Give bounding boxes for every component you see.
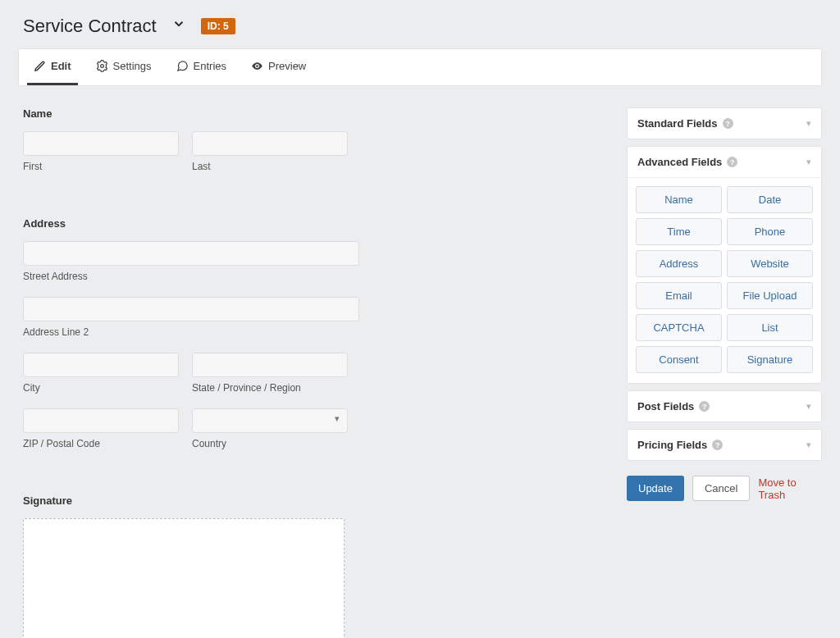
panel-standard-fields: Standard Fields ? ▾ bbox=[627, 107, 822, 139]
address-line2-input[interactable] bbox=[23, 297, 359, 321]
add-field-phone[interactable]: Phone bbox=[727, 218, 813, 245]
add-field-consent[interactable]: Consent bbox=[636, 346, 722, 373]
gear-icon bbox=[96, 60, 108, 72]
first-name-sublabel: First bbox=[23, 161, 179, 172]
help-icon[interactable]: ? bbox=[727, 157, 737, 167]
panel-advanced-body: Name Date Time Phone Address Website Ema… bbox=[628, 177, 821, 383]
panel-pricing-fields: Pricing Fields ? ▾ bbox=[627, 429, 822, 461]
caret-down-icon: ▾ bbox=[806, 440, 811, 450]
country-select[interactable] bbox=[192, 408, 348, 433]
caret-down-icon: ▾ bbox=[806, 401, 811, 412]
tab-settings-label: Settings bbox=[113, 60, 152, 72]
add-field-list[interactable]: List bbox=[727, 314, 813, 341]
panel-advanced-fields: Advanced Fields ? ▾ Name Date Time Phone… bbox=[627, 146, 822, 384]
tab-settings[interactable]: Settings bbox=[89, 49, 158, 85]
add-field-time[interactable]: Time bbox=[636, 218, 722, 245]
speech-bubble-icon bbox=[176, 60, 189, 72]
panel-post-toggle[interactable]: Post Fields ? ▾ bbox=[628, 391, 821, 422]
caret-down-icon: ▾ bbox=[806, 157, 811, 167]
field-name-label: Name bbox=[23, 107, 607, 120]
city-input[interactable] bbox=[23, 353, 179, 377]
tab-entries[interactable]: Entries bbox=[170, 49, 233, 85]
tab-preview-label: Preview bbox=[268, 60, 306, 72]
panel-pricing-toggle[interactable]: Pricing Fields ? ▾ bbox=[628, 430, 821, 460]
panel-pricing-title: Pricing Fields bbox=[637, 439, 707, 451]
field-address-label: Address bbox=[23, 217, 607, 230]
add-field-website[interactable]: Website bbox=[727, 250, 813, 277]
country-sublabel: Country bbox=[192, 438, 348, 449]
pencil-icon bbox=[34, 60, 46, 72]
panel-advanced-title: Advanced Fields bbox=[637, 156, 722, 168]
city-sublabel: City bbox=[23, 382, 179, 394]
form-id-badge: ID: 5 bbox=[201, 18, 235, 34]
form-switcher-toggle[interactable] bbox=[168, 15, 189, 37]
page-title: Service Contract bbox=[23, 16, 157, 37]
panel-advanced-toggle[interactable]: Advanced Fields ? ▾ bbox=[628, 147, 821, 177]
svg-point-0 bbox=[100, 65, 103, 68]
panel-standard-toggle[interactable]: Standard Fields ? ▾ bbox=[628, 108, 821, 139]
field-signature[interactable]: Signature bbox=[23, 494, 607, 638]
state-input[interactable] bbox=[192, 353, 348, 377]
add-field-signature[interactable]: Signature bbox=[727, 346, 813, 373]
zip-input[interactable] bbox=[23, 408, 179, 433]
state-sublabel: State / Province / Region bbox=[192, 382, 348, 394]
editor-tabs: Edit Settings Entries Preview bbox=[18, 48, 822, 86]
eye-icon bbox=[251, 60, 263, 72]
cancel-button[interactable]: Cancel bbox=[692, 476, 750, 501]
field-address[interactable]: Address Street Address Address Line 2 Ci… bbox=[23, 217, 607, 449]
add-field-address[interactable]: Address bbox=[636, 250, 722, 277]
field-signature-label: Signature bbox=[23, 494, 607, 507]
signature-canvas[interactable] bbox=[23, 518, 345, 638]
address-line2-sublabel: Address Line 2 bbox=[23, 326, 607, 338]
add-field-name[interactable]: Name bbox=[636, 186, 722, 213]
zip-sublabel: ZIP / Postal Code bbox=[23, 438, 179, 449]
add-field-email[interactable]: Email bbox=[636, 282, 722, 309]
add-field-fileupload[interactable]: File Upload bbox=[727, 282, 813, 309]
first-name-input[interactable] bbox=[23, 131, 179, 156]
help-icon[interactable]: ? bbox=[723, 118, 733, 129]
tab-entries-label: Entries bbox=[194, 60, 226, 72]
help-icon[interactable]: ? bbox=[699, 401, 710, 412]
tab-preview[interactable]: Preview bbox=[244, 49, 313, 85]
panel-post-title: Post Fields bbox=[637, 400, 694, 412]
update-button[interactable]: Update bbox=[627, 476, 684, 501]
last-name-sublabel: Last bbox=[192, 161, 348, 172]
add-field-captcha[interactable]: CAPTCHA bbox=[636, 314, 722, 341]
chevron-down-icon bbox=[171, 16, 186, 31]
move-to-trash-link[interactable]: Move to Trash bbox=[758, 476, 822, 501]
tab-edit[interactable]: Edit bbox=[27, 49, 78, 85]
add-field-date[interactable]: Date bbox=[727, 186, 813, 213]
panel-post-fields: Post Fields ? ▾ bbox=[627, 390, 822, 422]
tab-edit-label: Edit bbox=[51, 60, 71, 72]
street-address-sublabel: Street Address bbox=[23, 271, 607, 282]
field-name[interactable]: Name First Last bbox=[23, 107, 607, 172]
street-address-input[interactable] bbox=[23, 241, 359, 266]
panel-standard-title: Standard Fields bbox=[637, 117, 718, 130]
last-name-input[interactable] bbox=[192, 131, 348, 156]
form-actions: Update Cancel Move to Trash bbox=[627, 476, 822, 501]
help-icon[interactable]: ? bbox=[712, 440, 723, 450]
caret-down-icon: ▾ bbox=[806, 118, 811, 129]
